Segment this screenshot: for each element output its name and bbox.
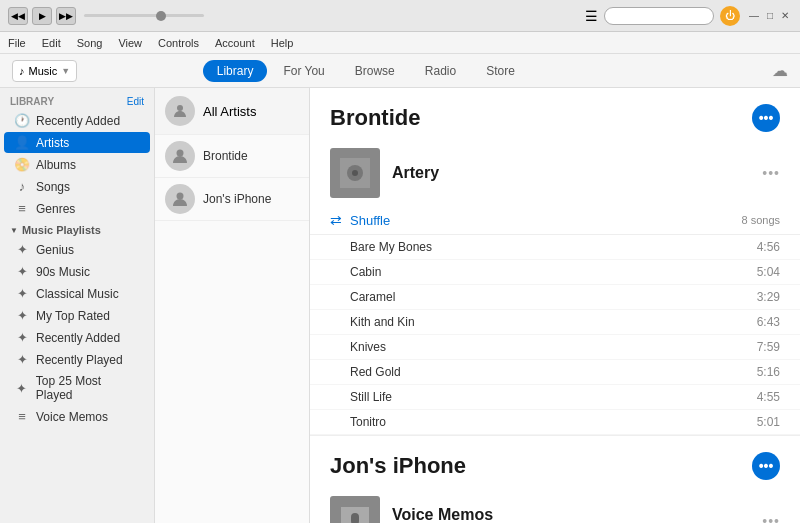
svg-point-5: [352, 170, 358, 176]
song-row-1[interactable]: Cabin 5:04: [310, 260, 800, 285]
song-row-5[interactable]: Red Gold 5:16: [310, 360, 800, 385]
edit-button[interactable]: Edit: [127, 96, 144, 107]
genres-icon: ≡: [14, 201, 30, 216]
voice-memos-title: Voice Memos: [392, 506, 750, 523]
song-duration-0: 4:56: [757, 240, 780, 254]
song-count: 8 songs: [741, 214, 780, 226]
sidebar-item-genius[interactable]: ✦ Genius: [4, 239, 150, 260]
sidebar-item-top-25[interactable]: ✦ Top 25 Most Played: [4, 371, 150, 405]
restore-button[interactable]: □: [764, 10, 776, 21]
sidebar-item-artists[interactable]: 👤 Artists: [4, 132, 150, 153]
menu-file[interactable]: File: [8, 37, 26, 49]
song-duration-4: 7:59: [757, 340, 780, 354]
sidebar-item-albums[interactable]: 📀 Albums: [4, 154, 150, 175]
sidebar-item-classical-music[interactable]: ✦ Classical Music: [4, 283, 150, 304]
icloud-icon[interactable]: ☁: [772, 61, 788, 80]
search-input[interactable]: [604, 7, 714, 25]
recently-played-icon: ✦: [14, 352, 30, 367]
back-button[interactable]: ◀◀: [8, 7, 28, 25]
song-row-0[interactable]: Bare My Bones 4:56: [310, 235, 800, 260]
sidebar-item-recently-played[interactable]: ✦ Recently Played: [4, 349, 150, 370]
brontide-avatar: [165, 141, 195, 171]
sidebar-item-label: Recently Added: [36, 331, 120, 345]
playlists-toggle[interactable]: ▼ Music Playlists: [0, 220, 154, 238]
song-row-3[interactable]: Kith and Kin 6:43: [310, 310, 800, 335]
svg-point-2: [177, 193, 184, 200]
jons-iphone-more-button[interactable]: •••: [752, 452, 780, 480]
jons-iphone-title: Jon's iPhone: [330, 453, 466, 479]
minimize-button[interactable]: —: [746, 10, 762, 21]
tab-browse[interactable]: Browse: [341, 60, 409, 82]
voice-memos-album-info: Voice Memos Voice Memo • 2016: [392, 506, 750, 523]
play-button[interactable]: ▶: [32, 7, 52, 25]
source-selector[interactable]: ♪ Music ▼: [12, 60, 77, 82]
sidebar-item-label: Voice Memos: [36, 410, 108, 424]
all-artists-item[interactable]: All Artists: [155, 88, 309, 135]
menu-controls[interactable]: Controls: [158, 37, 199, 49]
sidebar-item-label: My Top Rated: [36, 309, 110, 323]
toggle-arrow: ▼: [10, 226, 18, 235]
voice-memos-more-button[interactable]: •••: [762, 513, 780, 523]
power-button[interactable]: ⏻: [720, 6, 740, 26]
song-row-2[interactable]: Caramel 3:29: [310, 285, 800, 310]
sidebar-item-genres[interactable]: ≡ Genres: [4, 198, 150, 219]
menu-help[interactable]: Help: [271, 37, 294, 49]
playback-controls: ◀◀ ▶ ▶▶: [8, 7, 76, 25]
top-25-icon: ✦: [14, 381, 30, 396]
sidebar-item-label: Songs: [36, 180, 70, 194]
artery-album-row: Artery •••: [310, 140, 800, 206]
source-label: Music: [29, 65, 58, 77]
sidebar-item-songs[interactable]: ♪ Songs: [4, 176, 150, 197]
song-duration-2: 3:29: [757, 290, 780, 304]
sidebar-item-recently-added[interactable]: 🕐 Recently Added: [4, 110, 150, 131]
all-artists-label: All Artists: [203, 104, 256, 119]
menu-song[interactable]: Song: [77, 37, 103, 49]
song-name-7: Tonitro: [350, 415, 757, 429]
sidebar-item-voice-memos[interactable]: ≡ Voice Memos: [4, 406, 150, 427]
song-row-6[interactable]: Still Life 4:55: [310, 385, 800, 410]
voice-memos-album-art: [330, 496, 380, 523]
menu-bar: File Edit Song View Controls Account Hel…: [0, 32, 800, 54]
jons-iphone-label: Jon's iPhone: [203, 192, 271, 206]
close-button[interactable]: ✕: [778, 10, 792, 21]
sidebar-item-my-top-rated[interactable]: ✦ My Top Rated: [4, 305, 150, 326]
sidebar-item-90s-music[interactable]: ✦ 90s Music: [4, 261, 150, 282]
title-bar-right: ☰ ⏻ — □ ✕: [585, 6, 792, 26]
songs-icon: ♪: [14, 179, 30, 194]
sidebar-item-label: Albums: [36, 158, 76, 172]
nav-bar: ♪ Music ▼ Library For You Browse Radio S…: [0, 54, 800, 88]
artist-brontide[interactable]: Brontide: [155, 135, 309, 178]
artery-album-title: Artery: [392, 164, 750, 182]
artist-jons-iphone[interactable]: Jon's iPhone: [155, 178, 309, 221]
forward-button[interactable]: ▶▶: [56, 7, 76, 25]
genius-icon: ✦: [14, 242, 30, 257]
sidebar-item-label: Recently Played: [36, 353, 123, 367]
song-row-7[interactable]: Tonitro 5:01: [310, 410, 800, 435]
tab-foryou[interactable]: For You: [269, 60, 338, 82]
main-layout: Library Edit 🕐 Recently Added 👤 Artists …: [0, 88, 800, 523]
list-view-icon[interactable]: ☰: [585, 8, 598, 24]
classical-music-icon: ✦: [14, 286, 30, 301]
artery-more-button[interactable]: •••: [762, 165, 780, 181]
sidebar-item-recently-added-pl[interactable]: ✦ Recently Added: [4, 327, 150, 348]
menu-view[interactable]: View: [118, 37, 142, 49]
song-name-2: Caramel: [350, 290, 757, 304]
progress-bar[interactable]: [84, 14, 204, 17]
tab-radio[interactable]: Radio: [411, 60, 470, 82]
tab-store[interactable]: Store: [472, 60, 529, 82]
menu-edit[interactable]: Edit: [42, 37, 61, 49]
shuffle-button[interactable]: Shuffle: [350, 213, 390, 228]
song-row-4[interactable]: Knives 7:59: [310, 335, 800, 360]
content-area: Brontide ••• Artery ••• ⇄ Shuffle 8 song…: [310, 88, 800, 523]
progress-thumb[interactable]: [156, 11, 166, 21]
brontide-more-button[interactable]: •••: [752, 104, 780, 132]
tab-library[interactable]: Library: [203, 60, 268, 82]
menu-account[interactable]: Account: [215, 37, 255, 49]
song-duration-1: 5:04: [757, 265, 780, 279]
sidebar-item-label: Top 25 Most Played: [36, 374, 140, 402]
brontide-title: Brontide: [330, 105, 420, 131]
song-duration-6: 4:55: [757, 390, 780, 404]
svg-point-0: [177, 105, 183, 111]
my-top-rated-icon: ✦: [14, 308, 30, 323]
jons-iphone-avatar: [165, 184, 195, 214]
